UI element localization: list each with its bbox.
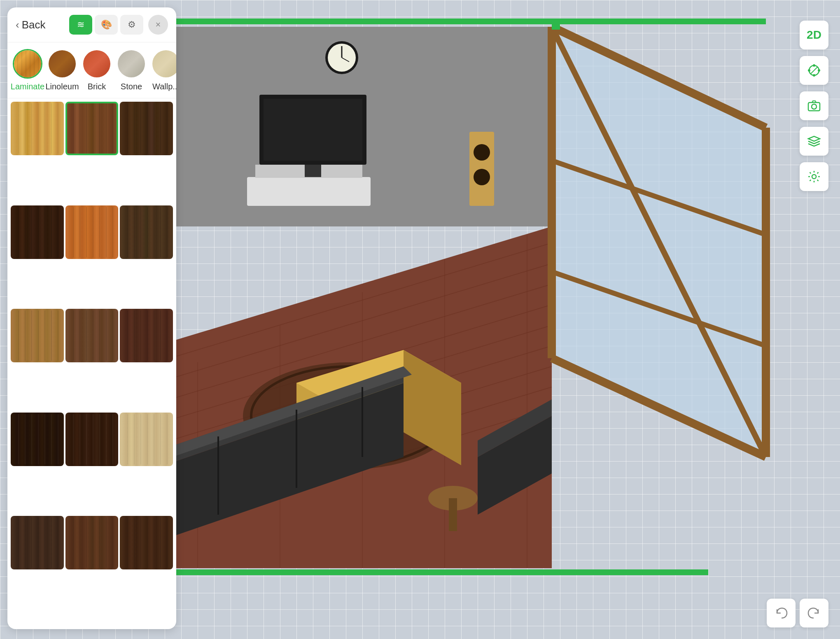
palette-icon: 🎨 [101,19,112,30]
rotate-button[interactable] [800,56,828,85]
view-2d-button[interactable]: 2D [800,21,828,49]
room-3d-view [115,4,815,613]
material-type-laminate[interactable]: Laminate [12,49,44,91]
header-tabs: ≋ 🎨 ⚙ [69,15,143,35]
panel-header: ‹ Back ≋ 🎨 ⚙ × [7,7,176,42]
svg-point-67 [812,175,816,179]
stone-circle [117,49,146,79]
bottom-controls [767,599,828,627]
svg-rect-43 [449,498,457,531]
texture-item-6[interactable] [120,205,173,259]
layers-icon [807,134,821,149]
redo-button[interactable] [800,599,828,627]
back-chevron-icon: ‹ [16,19,19,31]
left-panel: ‹ Back ≋ 🎨 ⚙ × Laminate [7,7,176,629]
undo-button[interactable] [767,599,796,627]
linoleum-label: Linoleum [45,82,79,91]
svg-rect-52 [552,21,560,30]
tab-palette-button[interactable]: 🎨 [95,15,118,35]
stone-label: Stone [121,82,142,91]
layers-button[interactable] [800,127,828,156]
texture-item-7[interactable] [11,309,64,362]
wallpaper-label: Wallp... [152,82,176,91]
svg-point-30 [474,169,490,185]
svg-rect-26 [264,99,362,161]
right-toolbar: 2D [800,21,828,191]
svg-line-64 [811,70,814,74]
view-2d-label: 2D [807,28,821,42]
svg-rect-23 [247,177,371,206]
layers-icon: ≋ [77,19,84,30]
svg-point-62 [818,69,820,72]
material-type-brick[interactable]: Brick [81,49,113,91]
rotate-icon [807,63,821,78]
brick-label: Brick [88,82,106,91]
tab-layers-button[interactable]: ≋ [69,15,92,35]
material-type-selector: Laminate Linoleum Brick Stone Wallp... [7,42,176,98]
texture-item-10[interactable] [11,413,64,466]
texture-item-9[interactable] [120,309,173,362]
svg-point-66 [812,104,817,109]
sliders-icon: ⚙ [128,19,136,30]
laminate-circle [13,49,42,79]
texture-grid [7,98,176,621]
tab-sliders-button[interactable]: ⚙ [120,15,143,35]
wallpaper-circle [151,49,176,79]
close-icon: × [156,19,161,30]
settings-icon [807,169,821,184]
back-label: Back [22,19,46,31]
svg-rect-27 [305,165,321,177]
texture-item-2[interactable] [65,102,119,155]
camera-icon [807,98,821,113]
texture-item-8[interactable] [65,309,119,362]
material-type-wallpaper[interactable]: Wallp... [150,49,176,91]
texture-item-4[interactable] [11,205,64,259]
svg-line-63 [814,67,817,70]
linoleum-circle [47,49,77,79]
material-type-stone[interactable]: Stone [115,49,147,91]
svg-point-61 [808,69,810,72]
camera-button[interactable] [800,91,828,120]
svg-point-60 [813,74,815,77]
texture-item-11[interactable] [65,413,119,466]
redo-icon [807,606,821,620]
svg-point-59 [813,64,815,67]
brick-circle [82,49,112,79]
texture-item-15[interactable] [120,516,173,569]
back-button[interactable]: ‹ Back [16,19,45,31]
svg-point-29 [474,144,490,161]
settings-button[interactable] [800,162,828,191]
material-type-linoleum[interactable]: Linoleum [46,49,78,91]
texture-item-1[interactable] [11,102,64,155]
laminate-label: Laminate [11,82,44,91]
texture-item-5[interactable] [65,205,119,259]
undo-icon [774,606,789,620]
texture-item-14[interactable] [65,516,119,569]
close-button[interactable]: × [148,15,168,35]
texture-item-13[interactable] [11,516,64,569]
texture-item-3[interactable] [120,102,173,155]
texture-item-12[interactable] [120,413,173,466]
